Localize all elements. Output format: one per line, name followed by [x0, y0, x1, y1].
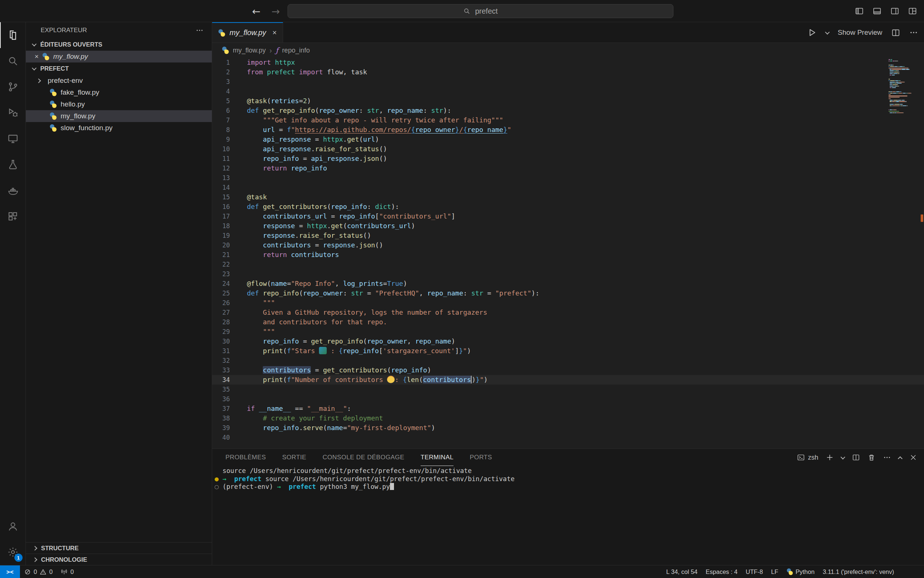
command-decoration-icon[interactable]: ○ [214, 483, 219, 491]
toggle-sidebar-right-icon[interactable] [890, 6, 900, 16]
section-structure[interactable]: STRUCTURE [26, 542, 212, 554]
code-line[interactable]: 5@task(retries=2) [212, 96, 924, 106]
terminal-content[interactable]: source /Users/henricourdent/git/prefect/… [212, 467, 924, 565]
indentation-status[interactable]: Espaces : 4 [702, 568, 741, 575]
code-line[interactable]: 37if __name__ == "__main__": [212, 404, 924, 414]
tab-debug-console[interactable]: CONSOLE DE DÉBOGAGE [323, 449, 405, 466]
file-item-my-flow[interactable]: my_flow.py [26, 110, 212, 122]
code-line[interactable]: 40 [212, 433, 924, 442]
code-line[interactable]: 31 print(f"Stars 🌠 : {repo_info['stargaz… [212, 346, 924, 356]
remote-explorer-icon[interactable] [0, 126, 26, 152]
command-center[interactable]: prefect [288, 4, 673, 18]
code-line[interactable]: 23 [212, 269, 924, 279]
code-line[interactable]: 4 [212, 86, 924, 96]
docker-icon[interactable] [0, 177, 26, 203]
file-item-slow-function[interactable]: slow_function.py [26, 122, 212, 134]
split-terminal-icon[interactable] [852, 453, 860, 461]
python-interpreter[interactable]: 3.11.1 ('prefect-env': venv) [819, 568, 898, 575]
tab-my-flow[interactable]: my_flow.py [212, 22, 283, 42]
code-line[interactable]: 8 url = f"https://api.github.com/repos/{… [212, 125, 924, 135]
toggle-panel-icon[interactable] [872, 6, 882, 16]
code-line[interactable]: 15@task [212, 192, 924, 202]
terminal-dropdown-icon[interactable] [840, 455, 845, 459]
code-line[interactable]: 16def get_contributors(repo_info: dict): [212, 202, 924, 211]
panel-more-icon[interactable] [883, 453, 891, 461]
gear-icon[interactable]: 1 [0, 539, 26, 565]
run-icon[interactable] [807, 28, 817, 37]
code-line[interactable]: 27 Given a GitHub repository, logs the n… [212, 308, 924, 317]
minimap[interactable] [888, 59, 916, 115]
close-panel-icon[interactable] [909, 453, 918, 461]
code-line[interactable]: 18 response = httpx.get(contributors_url… [212, 221, 924, 231]
trash-icon[interactable] [867, 453, 875, 461]
code-line[interactable]: 11 repo_info = api_response.json() [212, 154, 924, 164]
testing-icon[interactable] [0, 152, 26, 177]
code-line[interactable]: 35 [212, 385, 924, 394]
file-item-hello[interactable]: hello.py [26, 98, 212, 110]
section-project[interactable]: PREFECT [26, 62, 212, 75]
code-line[interactable]: 14 [212, 183, 924, 192]
source-control-icon[interactable] [0, 74, 26, 100]
tab-ports[interactable]: PORTS [470, 449, 492, 466]
code-line[interactable]: 22 [212, 260, 924, 269]
account-icon[interactable] [0, 513, 26, 539]
code-line[interactable]: 19 response.raise_for_status() [212, 231, 924, 240]
extensions-icon[interactable] [0, 203, 26, 229]
code-line[interactable]: 33 contributors = get_contributors(repo_… [212, 365, 924, 375]
code-line[interactable]: 21 return contributors [212, 250, 924, 260]
open-editor-item[interactable]: my_flow.py [26, 51, 212, 62]
code-line[interactable]: 29 """ [212, 327, 924, 336]
remote-indicator[interactable]: >< [0, 565, 20, 578]
split-editor-icon[interactable] [891, 28, 900, 37]
code-line[interactable]: 26 """ [212, 298, 924, 308]
section-open-editors[interactable]: ÉDITEURS OUVERTS [26, 39, 212, 51]
customize-layout-icon[interactable] [908, 6, 918, 16]
eol-status[interactable]: LF [767, 568, 782, 575]
code-line[interactable]: 12 return repo_info [212, 164, 924, 173]
tab-terminal[interactable]: TERMINAL [421, 449, 453, 466]
search-sidebar-icon[interactable] [0, 48, 26, 74]
code-line[interactable]: 20 contributors = response.json() [212, 240, 924, 250]
code-line[interactable]: 3 [212, 77, 924, 86]
encoding-status[interactable]: UTF-8 [742, 568, 767, 575]
breadcrumb-symbol[interactable]: repo_info [282, 47, 310, 54]
code-line[interactable]: 1import httpx [212, 58, 924, 67]
code-line[interactable]: 17 contributors_url = repo_info["contrib… [212, 211, 924, 221]
forward-arrow-icon[interactable]: → [272, 6, 280, 17]
code-line[interactable]: 2from prefect import flow, task [212, 67, 924, 77]
code-lines[interactable]: 1import httpx2from prefect import flow, … [212, 58, 924, 448]
command-decoration-icon[interactable]: ● [214, 475, 219, 483]
code-line[interactable]: 30 repo_info = get_repo_info(repo_owner,… [212, 336, 924, 346]
run-dropdown-icon[interactable] [825, 29, 830, 34]
back-arrow-icon[interactable]: ← [252, 6, 261, 17]
explorer-icon[interactable] [0, 22, 26, 48]
shell-selector[interactable]: zsh [797, 453, 818, 461]
code-line[interactable]: 28 and contributors for that repo. [212, 317, 924, 327]
maximize-panel-icon[interactable] [898, 456, 903, 461]
section-timeline[interactable]: CHRONOLOGIE [26, 554, 212, 565]
ports-status[interactable]: 0 [57, 565, 78, 578]
folder-item-prefect-env[interactable]: prefect-env [26, 75, 212, 86]
toggle-sidebar-left-icon[interactable] [854, 6, 864, 16]
code-line[interactable]: 32 [212, 356, 924, 365]
cursor-position[interactable]: L 34, col 54 [662, 568, 702, 575]
close-icon[interactable] [31, 52, 42, 61]
code-line[interactable]: 34 print(f"Number of contributors 👷: {le… [212, 375, 924, 385]
code-line[interactable]: 10 api_response.raise_for_status() [212, 144, 924, 154]
code-line[interactable]: 24@flow(name="Repo Info", log_prints=Tru… [212, 279, 924, 289]
new-terminal-icon[interactable] [826, 453, 834, 461]
code-line[interactable]: 25def repo_info(repo_owner: str = "Prefe… [212, 289, 924, 298]
code-line[interactable]: 36 [212, 394, 924, 404]
explorer-actions-icon[interactable] [196, 26, 204, 34]
problems-status[interactable]: 0 0 [20, 565, 57, 578]
code-line[interactable]: 7 """Get info about a repo - will retry … [212, 115, 924, 125]
tab-problems[interactable]: PROBLÈMES [225, 449, 266, 466]
code-line[interactable]: 6def get_repo_info(repo_owner: str, repo… [212, 106, 924, 115]
file-item-fake-flow[interactable]: fake_flow.py [26, 86, 212, 98]
tab-output[interactable]: SORTIE [282, 449, 306, 466]
language-mode[interactable]: Python [782, 568, 819, 575]
code-line[interactable]: 38 # create your first deployment [212, 414, 924, 423]
run-debug-icon[interactable] [0, 100, 26, 126]
code-line[interactable]: 13 [212, 173, 924, 183]
code-line[interactable]: 9 api_response = httpx.get(url) [212, 135, 924, 144]
